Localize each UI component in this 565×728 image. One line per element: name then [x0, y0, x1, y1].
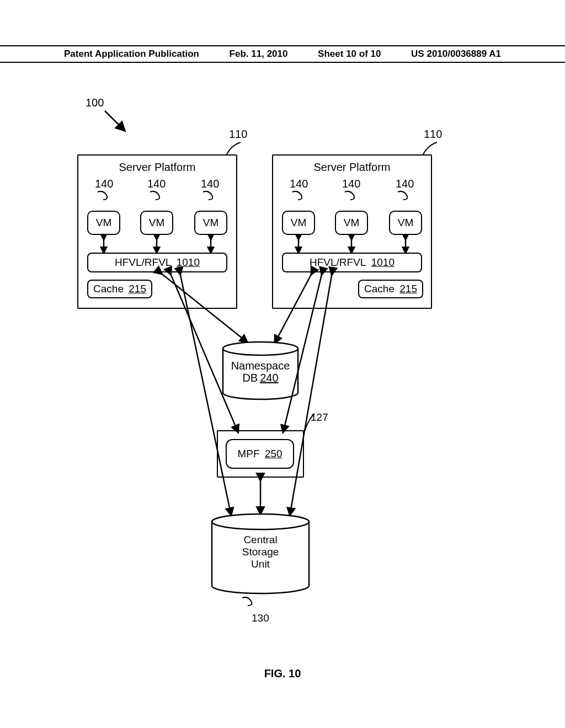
ref-100-label: 100: [86, 97, 104, 109]
vm-box: VM: [87, 211, 120, 235]
vm-box: VM: [140, 211, 173, 235]
vm-box: VM: [194, 211, 227, 235]
pub-type: Patent Application Publication: [64, 49, 199, 60]
vm-ref-1: 140: [290, 178, 308, 190]
hfvl-num: 1010: [177, 256, 200, 269]
vm-ref-2: 140: [342, 178, 360, 190]
squiggle: [201, 191, 216, 201]
nsdb-line2: DB240: [227, 372, 294, 384]
hfvl-box: HFVL/RFVL 1010: [282, 253, 422, 272]
central-line1: Central: [209, 534, 312, 546]
svg-line-7: [160, 272, 246, 341]
hfvl-box: HFVL/RFVL 1010: [87, 253, 227, 272]
mpf-num: 250: [265, 448, 282, 460]
squiggle: [148, 191, 163, 201]
squiggle: [95, 191, 111, 201]
svg-line-0: [105, 111, 124, 130]
nsdb-line1: Namespace: [227, 360, 294, 372]
figure-diagram: 100 110 110 Server Platform 140 140 140 …: [0, 83, 565, 662]
vm-box: VM: [282, 211, 315, 235]
nsdb-label: DB: [242, 372, 258, 384]
server-title-right: Server Platform: [314, 161, 391, 174]
mpf-inner-box: MPF 250: [226, 439, 294, 469]
hfvl-label: HFVL/RFVL: [115, 256, 171, 269]
central-line3: Unit: [209, 558, 312, 570]
nsdb-num: 240: [260, 372, 278, 384]
mpf-label: MPF: [237, 448, 259, 460]
ref-100-arrow: [102, 108, 130, 136]
ref-110-left-label: 110: [229, 128, 247, 141]
squiggle: [343, 191, 358, 201]
vm-hfvl-arrow: [207, 235, 215, 253]
svg-point-15: [212, 514, 309, 529]
squiggle: [290, 191, 306, 201]
squiggle-130: [240, 597, 255, 607]
mpf-outer-box: MPF 250: [217, 430, 304, 478]
ref-127-label: 127: [311, 411, 328, 424]
vm-hfvl-arrow: [100, 235, 108, 253]
hfvl-label: HFVL/RFVL: [310, 256, 366, 269]
hfvl-num: 1010: [371, 256, 395, 269]
server-title-left: Server Platform: [119, 161, 196, 174]
vm-box: VM: [335, 211, 368, 235]
central-line2: Storage: [209, 546, 312, 558]
vm-hfvl-arrow: [153, 235, 161, 253]
ref-130-label: 130: [252, 612, 269, 624]
vm-ref-1: 140: [95, 178, 113, 190]
vm-ref-2: 140: [147, 178, 166, 190]
vm-hfvl-arrow: [402, 235, 409, 253]
vm-ref-3: 140: [396, 178, 414, 190]
vm-ref-3: 140: [201, 178, 219, 190]
squiggle: [396, 191, 411, 201]
svg-point-14: [223, 342, 298, 355]
figure-caption: FIG. 10: [0, 667, 565, 680]
vm-hfvl-arrow: [348, 235, 355, 253]
sheet-info: Sheet 10 of 10: [318, 49, 381, 60]
pub-date: Feb. 11, 2010: [230, 49, 288, 60]
page-header: Patent Application Publication Feb. 11, …: [0, 45, 565, 63]
vm-box: VM: [389, 211, 422, 235]
svg-line-10: [276, 272, 312, 341]
ref-110-right-label: 110: [424, 128, 442, 141]
vm-hfvl-arrow: [295, 235, 302, 253]
pub-number: US 2010/0036889 A1: [411, 49, 501, 60]
